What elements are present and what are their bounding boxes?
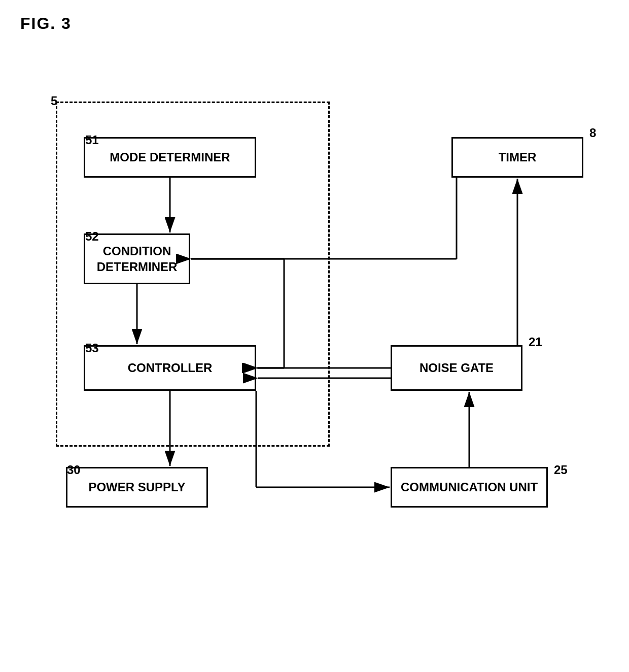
- communication-unit-label: COMMUNICATION UNIT: [401, 479, 538, 495]
- controller-block: CONTROLLER: [84, 345, 256, 391]
- figure-label: FIG. 3: [20, 14, 72, 33]
- power-supply-label: POWER SUPPLY: [88, 479, 185, 495]
- power-supply-block: POWER SUPPLY: [66, 467, 208, 508]
- mode-determiner-block: MODE DETERMINER: [84, 137, 256, 178]
- noise-gate-label: NOISE GATE: [420, 360, 494, 376]
- timer-label: TIMER: [499, 149, 537, 165]
- noise-gate-block: NOISE GATE: [391, 345, 522, 391]
- ref-label-21: 21: [529, 335, 542, 349]
- ref-label-51: 51: [85, 133, 99, 147]
- ref-label-25: 25: [554, 463, 568, 477]
- controller-label: CONTROLLER: [128, 360, 213, 376]
- ref-label-5: 5: [51, 94, 57, 108]
- mode-determiner-label: MODE DETERMINER: [110, 149, 230, 165]
- diagram: FIG. 3 5 MODE DETERMINER 51 CONDITIONDET…: [0, 0, 629, 672]
- condition-determiner-block: CONDITIONDETERMINER: [84, 233, 190, 284]
- ref-label-8: 8: [589, 126, 596, 140]
- ref-label-53: 53: [85, 341, 99, 355]
- communication-unit-block: COMMUNICATION UNIT: [391, 467, 548, 508]
- condition-determiner-label: CONDITIONDETERMINER: [97, 243, 178, 275]
- ref-label-30: 30: [67, 463, 81, 477]
- timer-block: TIMER: [451, 137, 583, 178]
- ref-label-52: 52: [85, 229, 99, 244]
